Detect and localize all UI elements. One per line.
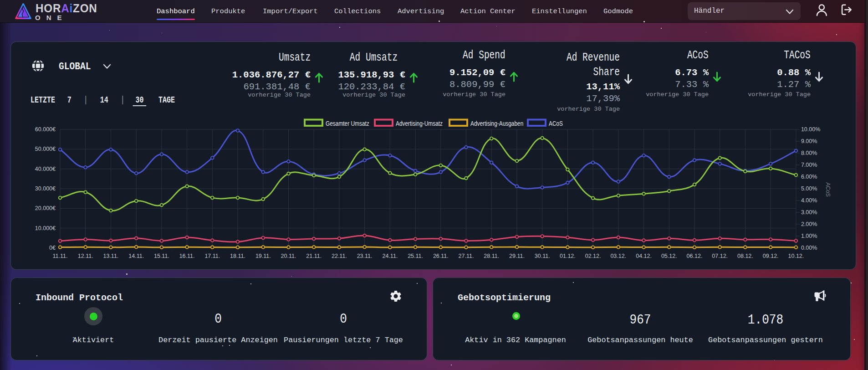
- svg-text:0€: 0€: [49, 245, 56, 251]
- svg-text:ACoS: ACoS: [825, 182, 831, 196]
- svg-text:20.11.: 20.11.: [281, 253, 296, 259]
- svg-text:12.11.: 12.11.: [78, 253, 93, 259]
- svg-text:22.11.: 22.11.: [332, 253, 347, 259]
- svg-text:2.00%: 2.00%: [801, 221, 817, 227]
- svg-text:60.000€: 60.000€: [35, 126, 56, 133]
- svg-text:6.00%: 6.00%: [801, 174, 817, 180]
- svg-text:04.12.: 04.12.: [636, 253, 652, 259]
- svg-text:23.11.: 23.11.: [357, 253, 373, 259]
- svg-text:09.12.: 09.12.: [763, 253, 779, 259]
- svg-text:Gesamter Umsatz: Gesamter Umsatz: [326, 119, 369, 127]
- svg-text:15.11.: 15.11.: [154, 253, 169, 259]
- svg-text:13.11.: 13.11.: [103, 253, 118, 259]
- svg-text:05.12.: 05.12.: [661, 253, 677, 259]
- svg-text:ACoS: ACoS: [549, 119, 563, 127]
- svg-text:08.12.: 08.12.: [737, 253, 753, 259]
- svg-text:10.00%: 10.00%: [801, 126, 820, 133]
- svg-text:10.12.: 10.12.: [788, 253, 804, 259]
- svg-text:Advertising-Umsatz: Advertising-Umsatz: [396, 119, 443, 127]
- svg-text:24.11.: 24.11.: [382, 253, 398, 259]
- svg-text:8.00%: 8.00%: [801, 150, 817, 156]
- svg-text:Advertising-Ausgaben: Advertising-Ausgaben: [470, 119, 523, 127]
- svg-text:27.11.: 27.11.: [459, 253, 474, 259]
- svg-text:03.12.: 03.12.: [610, 253, 626, 259]
- svg-text:01.12.: 01.12.: [560, 253, 576, 259]
- svg-text:5.00%: 5.00%: [801, 185, 817, 192]
- svg-text:50.000€: 50.000€: [35, 146, 56, 152]
- svg-text:28.11.: 28.11.: [484, 253, 499, 259]
- svg-text:1.00%: 1.00%: [801, 233, 817, 239]
- svg-text:11.11.: 11.11.: [53, 253, 68, 259]
- svg-text:3.00%: 3.00%: [801, 209, 817, 216]
- svg-text:18.11.: 18.11.: [230, 253, 245, 259]
- svg-text:30.11.: 30.11.: [535, 253, 550, 259]
- svg-text:02.12.: 02.12.: [585, 253, 601, 259]
- svg-text:19.11.: 19.11.: [255, 253, 271, 259]
- svg-text:06.12.: 06.12.: [687, 253, 703, 259]
- svg-text:17.11.: 17.11.: [204, 253, 220, 259]
- svg-text:26.11.: 26.11.: [433, 253, 449, 259]
- svg-text:21.11.: 21.11.: [306, 253, 322, 259]
- svg-text:7.00%: 7.00%: [801, 162, 817, 168]
- svg-text:0.00%: 0.00%: [801, 245, 817, 251]
- svg-text:14.11.: 14.11.: [128, 253, 144, 259]
- svg-text:29.11.: 29.11.: [509, 253, 525, 259]
- svg-text:25.11.: 25.11.: [408, 253, 423, 259]
- svg-text:40.000€: 40.000€: [35, 166, 56, 172]
- svg-text:30.000€: 30.000€: [35, 185, 56, 192]
- svg-text:10.000€: 10.000€: [35, 225, 56, 231]
- svg-text:4.00%: 4.00%: [801, 197, 817, 204]
- svg-text:16.11.: 16.11.: [179, 253, 195, 259]
- svg-text:07.12.: 07.12.: [712, 253, 728, 259]
- svg-text:20.000€: 20.000€: [35, 205, 56, 211]
- svg-text:9.00%: 9.00%: [801, 138, 817, 144]
